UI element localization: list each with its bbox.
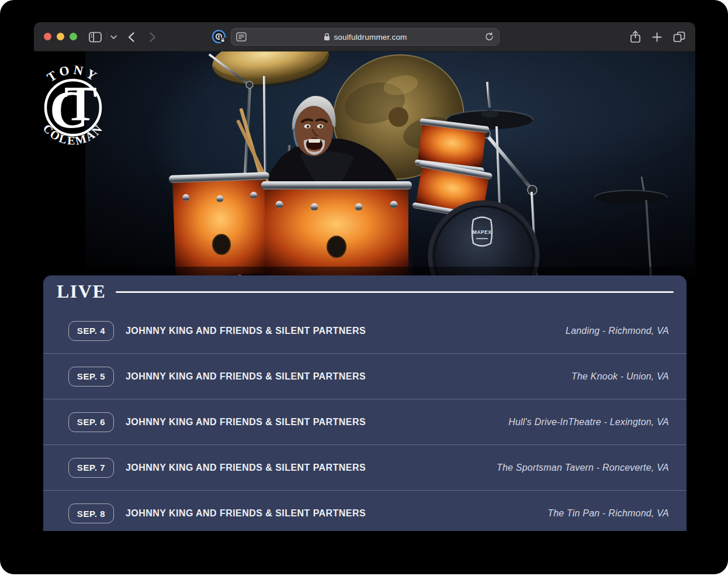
event-date-badge: SEP. 6 <box>68 412 114 432</box>
close-window-button[interactable] <box>44 33 51 40</box>
event-row[interactable]: SEP. 8 JOHNNY KING AND FRIENDS & SILENT … <box>43 491 687 531</box>
event-date-badge: SEP. 8 <box>68 503 114 523</box>
browser-toolbar: soulfuldrummer.com <box>34 22 695 51</box>
event-row[interactable]: SEP. 6 JOHNNY KING AND FRIENDS & SILENT … <box>43 399 687 445</box>
chevron-down-icon[interactable] <box>109 22 118 51</box>
url-bar[interactable]: soulfuldrummer.com <box>231 28 500 46</box>
live-heading: LIVE <box>57 282 106 302</box>
forward-icon[interactable] <box>146 22 159 51</box>
url-text: soulfuldrummer.com <box>334 33 407 42</box>
event-row[interactable]: SEP. 5 JOHNNY KING AND FRIENDS & SILENT … <box>43 354 687 399</box>
event-venue: The Tin Pan - Richmond, VA <box>547 508 669 519</box>
event-date-badge: SEP. 7 <box>68 458 114 478</box>
new-tab-icon[interactable] <box>649 22 664 51</box>
event-row[interactable]: SEP. 7 JOHNNY KING AND FRIENDS & SILENT … <box>43 445 687 491</box>
desktop-backdrop: soulfuldrummer.com <box>0 0 728 574</box>
zoom-window-button[interactable] <box>70 33 77 40</box>
event-venue: Landing - Richmond, VA <box>566 326 669 336</box>
live-section: LIVE SEP. 4 JOHNNY KING AND FRIENDS & SI… <box>43 275 687 531</box>
sidebar-toggle-icon[interactable] <box>88 22 103 51</box>
event-title: JOHNNY KING AND FRIENDS & SILENT PARTNER… <box>126 326 566 336</box>
svg-text:MAPEX: MAPEX <box>473 229 492 235</box>
event-venue: The Sportsman Tavern - Ronceverte, VA <box>497 463 669 473</box>
live-header: LIVE <box>43 275 687 308</box>
site-logo[interactable]: C T TONY COLEMAN <box>34 51 145 157</box>
logo-monogram-t: T <box>64 77 97 131</box>
browser-window: soulfuldrummer.com <box>34 22 695 531</box>
event-title: JOHNNY KING AND FRIENDS & SILENT PARTNER… <box>126 417 508 427</box>
lock-icon[interactable] <box>324 33 330 41</box>
privacy-extension-icon[interactable] <box>211 22 227 51</box>
event-venue: Hull's Drive-InTheatre - Lexington, VA <box>508 417 669 427</box>
minimize-window-button[interactable] <box>57 33 64 40</box>
reader-icon[interactable] <box>236 32 247 42</box>
event-row[interactable]: SEP. 4 JOHNNY KING AND FRIENDS & SILENT … <box>43 308 687 354</box>
toolbar-separator <box>106 32 107 42</box>
hero-section: MAPEX <box>34 51 695 275</box>
event-venue: The Knook - Union, VA <box>571 371 669 382</box>
share-icon[interactable] <box>628 22 643 51</box>
event-title: JOHNNY KING AND FRIENDS & SILENT PARTNER… <box>126 371 571 382</box>
event-title: JOHNNY KING AND FRIENDS & SILENT PARTNER… <box>126 508 547 519</box>
refresh-icon[interactable] <box>484 32 494 42</box>
back-icon[interactable] <box>124 22 137 51</box>
event-date-badge: SEP. 4 <box>68 321 114 341</box>
event-title: JOHNNY KING AND FRIENDS & SILENT PARTNER… <box>126 463 497 473</box>
tab-overview-icon[interactable] <box>671 22 687 51</box>
event-date-badge: SEP. 5 <box>68 367 114 387</box>
traffic-lights <box>44 33 77 40</box>
live-heading-rule <box>116 291 674 293</box>
